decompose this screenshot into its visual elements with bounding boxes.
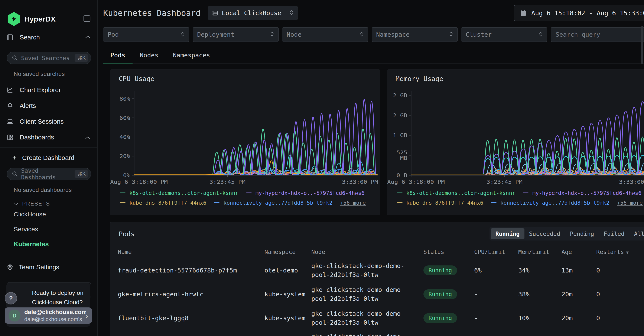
pod-age: 13m [562,267,596,274]
sidebar-item-chart-explorer[interactable]: Chart Explorer [0,82,98,98]
pod-mem: 10% [518,314,562,322]
select-chevrons-icon [289,9,294,17]
help-icon[interactable]: ? [5,292,17,304]
legend-entry[interactable]: k8s-otel-daemons..ctor-agent-ksnnr [129,190,238,196]
legend-entry[interactable]: konnectivity-age..77dfdd8f5b-t9rk2 [500,200,610,206]
charts-row: CPU Usage 80%60%40%20%0%Aug 6 3:18:00 PM… [110,70,644,215]
legend-entry[interactable]: kube-dns-876ff9ff7-44nx6 [406,200,483,206]
tab-pods[interactable]: Pods [103,47,132,64]
filter-deployment[interactable]: Deployment [193,27,279,42]
select-chevrons-icon [449,31,453,38]
legend-dash-icon [120,202,126,203]
sidebar: HyperDX Search Saved Searches ⌘K No save… [0,0,98,336]
sidebar-item-team-settings[interactable]: Team Settings [0,252,98,271]
line-chart-icon [7,87,13,93]
promo-text: Ready to deploy on ClickHouse Cloud? [6,283,90,307]
pod-restarts: 0 [596,267,644,274]
scrollbar-thumb[interactable] [641,26,643,64]
layout-grid-icon [7,134,13,141]
col-restarts[interactable]: Restarts▼ [596,249,644,255]
tab-nodes[interactable]: Nodes [132,47,166,64]
sort-desc-icon: ▼ [626,250,629,255]
svg-text:3:33:00 PM: 3:33:00 PM [619,179,644,185]
main-area: Kubernetes Dashboard Local ClickHouse Au… [98,0,644,336]
topbar: Kubernetes Dashboard Local ClickHouse Au… [103,0,644,21]
pod-restarts: 0 [596,314,644,322]
filter-cluster[interactable]: Cluster [461,27,547,42]
preset-clickhouse[interactable]: ClickHouse [0,207,98,222]
cpu-usage-panel: CPU Usage 80%60%40%20%0%Aug 6 3:18:00 PM… [110,70,380,215]
chevron-right-icon: › [86,311,88,320]
col-node[interactable]: Node [311,249,424,255]
pod-node: gke-clickstack-demo-demo-pool-2d2b1f3a-0… [311,261,424,279]
status-filter-pending[interactable]: Pending [565,228,599,239]
col-cpu-limit[interactable]: CPU/Limit [474,249,518,255]
preset-kubernetes[interactable]: Kubernetes [0,237,98,252]
pods-header: Pods Running Succeeded Pending Failed Al… [110,222,644,245]
pod-cpu: - [474,314,518,322]
filter-namespace[interactable]: Namespace [372,27,458,42]
sidebar-section-search[interactable]: Search [0,26,98,46]
status-filter-failed[interactable]: Failed [599,228,629,239]
legend-entry[interactable]: k8s-otel-daemons..ctor-agent-ksnnr [406,190,516,196]
col-name[interactable]: Name [118,249,264,255]
sidebar-search-label: Search [20,34,40,41]
sidebar-item-alerts[interactable]: Alerts [0,98,98,114]
pod-row[interactable]: gke-metrics-agent-hrwtc kube-system gke-… [110,282,644,306]
col-namespace[interactable]: Namespace [264,249,311,255]
legend-dash-icon [120,192,126,193]
legend-entry[interactable]: my-hyperdx-hdx-o..-57975fcd6-4hws6 [532,190,642,196]
presets-header[interactable]: PRESETS [0,193,98,207]
date-range-picker[interactable]: Aug 6 15:18:02 - Aug 6 15:33:02 [514,5,644,21]
legend-dash-icon [397,202,402,203]
legend-more-link[interactable]: +56 more [340,200,366,206]
pod-row[interactable]: fraud-detection-55776d678b-p7f5m otel-de… [110,258,644,282]
pod-mem: 34% [518,267,562,274]
select-chevrons-icon [270,31,274,38]
sidebar-item-dashboards[interactable]: Dashboards [0,129,98,145]
legend-entry[interactable]: kube-dns-876ff9ff7-44nx6 [129,200,206,206]
calendar-icon [520,10,526,17]
filter-pod[interactable]: Pod [103,27,189,42]
gear-icon [7,264,13,270]
svg-text:Aug 6 3:18:00 PM: Aug 6 3:18:00 PM [110,179,168,185]
cpu-usage-chart[interactable]: 80%60%40%20%0%Aug 6 3:18:00 PM3:23:45 PM… [110,87,380,187]
no-saved-searches: No saved searches [0,64,98,77]
status-filter-succeeded[interactable]: Succeeded [524,228,565,239]
pod-mem: 38% [518,290,562,298]
saved-searches-input[interactable]: Saved Searches ⌘K [7,52,91,64]
svg-text:20%: 20% [120,153,130,159]
status-badge: Running [424,265,457,275]
source-select[interactable]: Local ClickHouse [208,6,298,20]
legend-dash-icon [491,202,496,203]
legend-entry[interactable]: konnectivity-age..77dfdd8f5b-t9rk2 [223,200,332,206]
memory-usage-panel: Memory Usage 2 GB2 GB1 GB525MB0 BAug 6 3… [387,70,644,215]
col-status[interactable]: Status [424,249,474,255]
pod-row-partial[interactable]: gke-clickstack-demo-demo- [110,330,644,336]
sidebar-collapse-icon[interactable] [83,15,90,23]
sidebar-item-client-sessions[interactable]: Client Sessions [0,114,98,129]
chevron-down-icon [14,202,19,205]
sidebar-item-label: Chart Explorer [20,86,61,94]
tab-namespaces[interactable]: Namespaces [166,47,217,64]
clickhouse-cloud-promo[interactable]: ? Ready to deploy on ClickHouse Cloud? D… [6,283,90,327]
svg-text:2 GB: 2 GB [393,112,407,118]
svg-text:Aug 6 3:18:00 PM: Aug 6 3:18:00 PM [387,179,445,185]
filter-node[interactable]: Node [282,27,368,42]
legend-entry[interactable]: my-hyperdx-hdx-o..-57975fcd6-4hws6 [256,190,364,196]
col-mem-limit[interactable]: Mem/Limit [518,249,562,255]
preset-services[interactable]: Services [0,222,98,237]
col-age[interactable]: Age [562,249,596,255]
create-dashboard-button[interactable]: + Create Dashboard [0,148,98,162]
status-filter-running[interactable]: Running [491,228,524,239]
saved-dashboards-input[interactable]: Saved Dashboards ⌘K [7,168,91,180]
brand-name: HyperDX [24,15,56,23]
svg-text:3:23:45 PM: 3:23:45 PM [210,179,246,185]
pod-row[interactable]: fluentbit-gke-lggq8 kube-system gke-clic… [110,306,644,330]
vertical-scrollbar[interactable] [641,0,643,336]
search-icon [12,171,18,177]
search-query-input[interactable]: Search query [551,27,644,42]
user-menu[interactable]: D dale@clickhouse.com dale@clickhouse.co… [5,307,92,324]
legend-more-link[interactable]: +56 more [617,200,642,206]
memory-usage-chart[interactable]: 2 GB2 GB1 GB525MB0 BAug 6 3:18:00 PM3:23… [387,87,644,187]
